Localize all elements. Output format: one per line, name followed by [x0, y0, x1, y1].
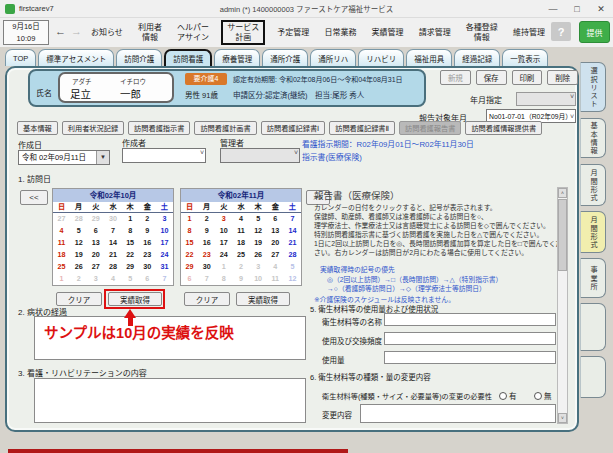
calendar-day[interactable]: 4 — [53, 225, 70, 237]
calendar-day[interactable]: 29 — [181, 261, 198, 273]
doc-tab-nursing-report[interactable]: 訪問看護報告書 — [399, 121, 461, 135]
nav-item-billing-mgmt[interactable]: 請求管理 — [416, 26, 454, 40]
tab-progress-record[interactable]: 経過記録 — [454, 49, 500, 66]
calendar-day[interactable]: 9 — [139, 225, 156, 237]
side-tab-monthly-format-1[interactable]: 月間形式 — [580, 164, 606, 206]
calendar-day[interactable]: 23 — [198, 249, 215, 261]
nav-item-news[interactable]: お知らせ — [88, 26, 126, 40]
calendar-day[interactable]: 8 — [122, 225, 139, 237]
nav-item-daily-work[interactable]: 日常業務 — [321, 26, 359, 40]
tab-standard-assessment[interactable]: 標準アセスメント — [38, 49, 114, 66]
doc-tab-nursing-plan[interactable]: 訪問看護計画書 — [194, 121, 256, 135]
calendar-day[interactable]: 15 — [181, 237, 198, 249]
calendar-day[interactable]: 17 — [156, 237, 173, 249]
tab-home-nursing[interactable]: 訪問看護 — [164, 49, 212, 66]
delete-button[interactable]: 削除 — [547, 70, 578, 85]
calendar-day[interactable]: 12 — [70, 237, 87, 249]
tab-top[interactable]: TOP — [5, 49, 36, 66]
scrollbar-thumb[interactable] — [558, 199, 567, 271]
calendar-day[interactable]: 5 — [250, 213, 267, 225]
tab-welfare-equipment[interactable]: 福祉用具 — [406, 49, 452, 66]
calendar-day[interactable]: 7 — [104, 225, 121, 237]
year-month-select[interactable]: ˅ — [516, 92, 576, 106]
change-content-input[interactable] — [360, 404, 556, 423]
calendar-day[interactable]: 24 — [156, 249, 173, 261]
side-tab-monthly-format-2[interactable]: 月間形式 — [580, 211, 606, 253]
calendar-day[interactable]: 26 — [70, 261, 87, 273]
calendar-day[interactable]: 21 — [284, 237, 301, 249]
calendar-day[interactable]: 25 — [53, 261, 70, 273]
minimize-icon[interactable]: — — [541, 0, 565, 17]
calendar-day[interactable]: 18 — [53, 249, 70, 261]
calendar-day[interactable]: 8 — [181, 225, 198, 237]
calendar-day[interactable]: 23 — [139, 249, 156, 261]
tab-medical-care[interactable]: 療養管理 — [214, 49, 260, 66]
help-button[interactable]: ? — [551, 22, 571, 41]
back-arrow-icon[interactable]: ← — [55, 25, 66, 37]
calendar-day[interactable]: 11 — [53, 237, 70, 249]
dropdown-icon[interactable]: ▼ — [96, 151, 109, 164]
side-tab-blank-2[interactable] — [580, 356, 606, 398]
calendar-day[interactable]: 13 — [87, 237, 104, 249]
created-date-select[interactable]: 令和 02年09月11日 ▼ — [18, 150, 110, 165]
doc-tab-nursing-record-2[interactable]: 訪問看護記録書Ⅱ — [329, 121, 395, 135]
fetch-results-button-next[interactable]: 実績取得 — [236, 292, 290, 306]
calendar-day[interactable]: 20 — [87, 249, 104, 261]
save-button[interactable]: 保存 — [476, 70, 507, 85]
calendar-day[interactable]: 18 — [232, 237, 249, 249]
calendar-day[interactable]: 27 — [87, 261, 104, 273]
doc-tab-nursing-instruction[interactable]: 訪問看護指示書 — [128, 121, 190, 135]
calendar-day[interactable]: 30 — [198, 261, 215, 273]
calendar-day[interactable]: 28 — [284, 249, 301, 261]
usage-frequency-input[interactable] — [384, 332, 556, 345]
calendar-day[interactable]: 16 — [139, 237, 156, 249]
calendar-day[interactable]: 6 — [87, 225, 104, 237]
scroll-up-icon[interactable]: ˄ — [558, 188, 567, 198]
calendar-day[interactable]: 26 — [250, 249, 267, 261]
calendar-day[interactable]: 22 — [122, 249, 139, 261]
calendar-day[interactable]: 19 — [70, 249, 87, 261]
side-tab-basic-info[interactable]: 基本情報 — [580, 118, 606, 158]
doc-tab-basic-info[interactable]: 基本情報 — [17, 121, 58, 135]
prev-month-button[interactable]: << — [20, 190, 48, 205]
side-tab-office[interactable]: 事業所 — [580, 258, 606, 298]
side-tab-blank-1[interactable] — [580, 303, 606, 351]
nav-item-maintenance-mgmt[interactable]: 維持管理 — [510, 26, 548, 40]
author-select[interactable]: ˅ — [122, 148, 206, 163]
calendar-day[interactable]: 31 — [156, 261, 173, 273]
side-tab-select-list[interactable]: 選択リスト — [580, 62, 606, 112]
calendar-day[interactable]: 16 — [198, 237, 215, 249]
tab-home-care[interactable]: 訪問介護 — [116, 49, 162, 66]
nav-item-schedule-mgmt[interactable]: 予定管理 — [274, 26, 312, 40]
calendar-day[interactable]: 6 — [267, 213, 284, 225]
usage-amount-input[interactable] — [384, 351, 556, 364]
calendar-day[interactable]: 29 — [122, 261, 139, 273]
calendar-day[interactable]: 14 — [284, 225, 301, 237]
radio-no[interactable]: 無 — [534, 390, 552, 401]
nursing-textarea[interactable] — [34, 378, 306, 423]
new-button[interactable]: 新規 — [440, 70, 471, 85]
print-button[interactable]: 印刷 — [512, 70, 543, 85]
material-name-input[interactable] — [384, 313, 556, 326]
calendar-day[interactable]: 27 — [267, 249, 284, 261]
radio-circle-icon[interactable] — [499, 392, 507, 400]
calendar-day[interactable]: 30 — [139, 261, 156, 273]
doc-tab-nursing-record-1[interactable]: 訪問看護記録書Ⅰ — [261, 121, 325, 135]
calendar-day[interactable]: 12 — [250, 225, 267, 237]
calendar-day[interactable]: 17 — [215, 237, 232, 249]
doc-tab-user-status-record[interactable]: 利用者状況記録 — [62, 121, 124, 135]
calendar-day[interactable]: 15 — [122, 237, 139, 249]
calendar-day[interactable]: 20 — [267, 237, 284, 249]
doc-tab-nursing-info-provision[interactable]: 訪問看護情報提供書 — [465, 121, 542, 135]
calendar-day[interactable]: 24 — [215, 249, 232, 261]
nav-item-service-plan[interactable]: サービス 計画 — [221, 20, 265, 45]
tab-day-rehab[interactable]: 通所リハ — [310, 49, 356, 66]
calendar-day[interactable]: 21 — [104, 249, 121, 261]
calendar-day[interactable]: 5 — [70, 225, 87, 237]
calendar-day[interactable]: 1 — [181, 213, 198, 225]
tab-list-view[interactable]: 一覧表示 — [502, 49, 548, 66]
nav-item-results-mgmt[interactable]: 実績管理 — [369, 26, 407, 40]
radio-yes[interactable]: 有 — [499, 390, 517, 401]
report-scrollbar[interactable]: ˄ ˅ — [557, 187, 568, 424]
calendar-day[interactable]: 10 — [156, 225, 173, 237]
